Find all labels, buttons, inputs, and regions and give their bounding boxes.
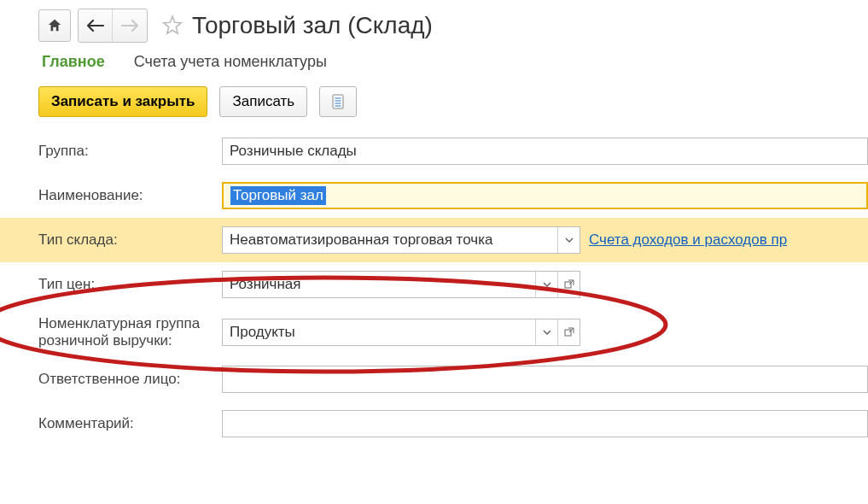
svg-rect-5 [565,282,571,288]
chevron-down-icon [543,330,551,335]
warehouse-type-dropdown[interactable] [557,227,580,253]
warehouse-type-label: Тип склада: [38,231,222,249]
nomenclature-group-dropdown[interactable] [535,319,557,345]
arrow-right-icon [120,20,139,32]
warehouse-type-value: Неавтоматизированная торговая точка [223,227,557,253]
page-title: Торговый зал (Склад) [192,12,433,39]
open-icon [564,327,574,337]
nav-back-button[interactable] [79,9,113,42]
comment-label: Комментарий: [38,415,222,432]
nav-back-forward [78,9,148,43]
income-expense-accounts-link[interactable]: Счета доходов и расходов пр [589,231,787,249]
nomenclature-group-open[interactable] [557,319,580,345]
price-type-dropdown[interactable] [535,272,557,297]
price-type-label: Тип цен: [38,276,222,293]
nomenclature-group-label: Номенклатурная группа розничной выручки: [38,315,222,349]
arrow-left-icon [86,20,105,32]
name-field[interactable]: Торговый зал [222,182,868,209]
nav-forward-button[interactable] [113,9,147,42]
tab-accounts[interactable]: Счета учета номенклатуры [134,53,327,71]
price-type-field[interactable]: Розничная [222,271,580,298]
responsible-field[interactable] [222,366,868,393]
document-icon [330,94,346,109]
group-label: Группа: [38,143,222,160]
star-icon [161,15,184,37]
price-type-open[interactable] [557,272,580,297]
home-icon [47,18,62,33]
warehouse-type-field[interactable]: Неавтоматизированная торговая точка [222,226,580,254]
open-icon [564,279,574,290]
comment-field[interactable] [222,410,868,437]
responsible-label: Ответственное лицо: [38,371,222,388]
chevron-down-icon [565,237,574,243]
name-label: Наименование: [38,187,222,204]
home-button[interactable] [38,9,71,42]
save-button[interactable]: Записать [219,86,307,117]
price-type-value: Розничная [223,272,535,297]
save-and-close-button[interactable]: Записать и закрыть [38,86,207,117]
nomenclature-group-field[interactable]: Продукты [222,319,580,346]
group-field[interactable]: Розничные склады [222,138,868,165]
favorite-button[interactable] [160,13,185,38]
svg-rect-7 [565,330,571,336]
nomenclature-group-value: Продукты [223,319,535,345]
register-button[interactable] [319,86,357,117]
chevron-down-icon [543,282,551,287]
name-field-selection: Торговый зал [230,186,326,205]
tab-main[interactable]: Главное [42,53,105,71]
